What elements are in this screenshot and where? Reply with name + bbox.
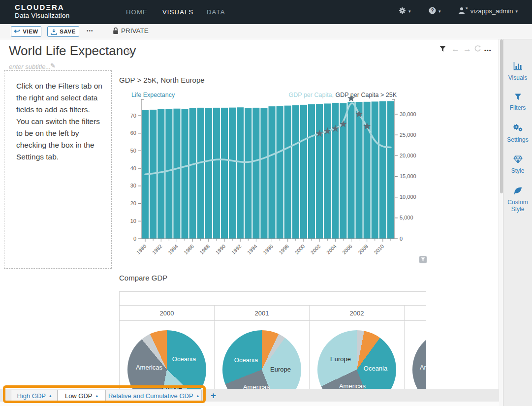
svg-text:25,000: 25,000 (400, 132, 416, 138)
help-icon: ? (429, 7, 436, 16)
sidebar-item-custom-style[interactable]: Custom Style (504, 187, 532, 213)
svg-text:15,000: 15,000 (400, 173, 416, 179)
sidebar-item-label: Style (504, 167, 532, 174)
save-button[interactable]: SAVE (47, 26, 79, 37)
brand-product: Data Visualization (15, 12, 69, 19)
svg-text:20: 20 (130, 200, 136, 206)
privacy-toggle[interactable]: PRIVATE (113, 27, 149, 34)
view-button-label: VIEW (23, 29, 38, 34)
svg-text:?: ? (431, 8, 434, 13)
privacy-label: PRIVATE (121, 27, 149, 34)
edit-subtitle-icon[interactable]: ✎ (50, 62, 56, 69)
trellis-year-2001: 2001 (215, 306, 310, 321)
trellis-year-2000: 2000 (120, 306, 215, 321)
svg-text:1998: 1998 (278, 243, 290, 255)
caret-up-icon: ▴ (49, 393, 52, 398)
nav-item-visuals[interactable]: VISUALS (162, 8, 193, 16)
note-textbox[interactable]: Click on the Filters tab on the right an… (4, 70, 112, 269)
svg-text:60: 60 (130, 130, 136, 136)
right-sidebar: VisualsFiltersSettingsStyleCustom Style (503, 39, 532, 406)
back-icon[interactable]: ← (451, 44, 460, 54)
svg-text:1982: 1982 (151, 243, 163, 255)
chevron-down-icon: ▾ (438, 9, 441, 14)
bar-chart-icon (513, 62, 523, 72)
leaf-icon (513, 187, 522, 197)
brand-logo[interactable]: CLOUDΞRA Data Visualization (15, 3, 69, 19)
subtitle-input[interactable]: enter subtitle... (9, 63, 51, 70)
svg-text:2006: 2006 (341, 243, 353, 255)
svg-text:1992: 1992 (230, 243, 243, 255)
dashboard-toolbar: VIEW SAVE ••• PRIVATE (0, 24, 532, 39)
pie-slice-label: Oceania (172, 355, 196, 363)
edit-title-icon[interactable]: ✎ (126, 48, 132, 57)
sheet-tab-low-gdp[interactable]: Low GDP▴ (58, 390, 105, 402)
svg-text:70: 70 (130, 113, 136, 119)
settings-menu[interactable]: ▾ (399, 7, 411, 16)
svg-text:10,000: 10,000 (400, 194, 416, 200)
lock-icon (113, 27, 119, 34)
help-menu[interactable]: ? ▾ (429, 7, 441, 16)
svg-text:1994: 1994 (246, 243, 258, 255)
sidebar-item-style[interactable]: Style (504, 156, 532, 174)
svg-text:40: 40 (130, 165, 136, 171)
add-sheet-button[interactable]: + (211, 390, 216, 401)
nav-item-data[interactable]: DATA (207, 8, 225, 16)
sidebar-item-filters[interactable]: Filters (504, 94, 532, 111)
filter-icon (421, 257, 425, 262)
tabbar-footer (0, 402, 499, 406)
trellis-header-row (120, 292, 426, 306)
svg-text:1996: 1996 (262, 243, 274, 255)
app-root: CLOUDΞRA Data Visualization HOMEVISUALSD… (0, 0, 532, 406)
refresh-icon[interactable] (474, 45, 481, 54)
top-navbar: CLOUDΞRA Data Visualization HOMEVISUALSD… (0, 0, 532, 24)
page-title[interactable]: World Life Expectancy (9, 43, 136, 59)
chevron-down-icon: ▾ (515, 9, 518, 14)
chevron-down-icon: ▾ (408, 9, 411, 14)
svg-text:2010: 2010 (373, 243, 385, 255)
sheet-tab-high-gdp[interactable]: High GDP▴ (11, 390, 58, 402)
sidebar-item-label: Settings (504, 136, 532, 143)
sidebar-item-settings[interactable]: Settings (504, 124, 532, 143)
visual2-title: Compare GDP (119, 274, 167, 282)
caret-up-icon: ▴ (197, 393, 199, 398)
svg-text:1986: 1986 (183, 243, 195, 255)
user-name: vizapps_admin (470, 7, 513, 15)
svg-text:50: 50 (130, 148, 136, 154)
brand-name: CLOUDΞRA (15, 3, 69, 11)
svg-text:2004: 2004 (325, 243, 338, 255)
svg-text:2002: 2002 (310, 243, 322, 255)
caret-up-icon: ▴ (96, 393, 98, 398)
dashboard-more-icon[interactable]: ••• (484, 47, 492, 53)
sheet-tab-label: High GDP (17, 392, 46, 400)
gear-icon (399, 7, 406, 16)
back-arrow-icon (14, 29, 20, 34)
svg-text:1988: 1988 (198, 243, 211, 255)
combo-chart[interactable]: 01020304050607005,00010,00015,00020,0002… (118, 92, 426, 261)
svg-text:10: 10 (130, 218, 136, 224)
sidebar-item-label: Filters (504, 104, 532, 111)
sheet-tab-relative-and-cumulative-gdp[interactable]: Relative and Cumulative GDP▴ (105, 390, 202, 402)
visual-filter-badge[interactable] (419, 256, 427, 263)
svg-text:5,000: 5,000 (400, 215, 413, 220)
filter-icon[interactable] (439, 45, 446, 54)
scrollbar-thumb[interactable] (500, 39, 503, 193)
save-button-label: SAVE (60, 29, 75, 34)
forward-icon[interactable]: → (463, 44, 471, 54)
vertical-scrollbar[interactable] (499, 39, 503, 406)
sidebar-item-visuals[interactable]: Visuals (504, 62, 532, 81)
view-button[interactable]: VIEW (11, 26, 41, 37)
pie-slice-label: Europe (270, 366, 291, 373)
svg-text:0: 0 (400, 236, 403, 242)
user-menu[interactable]: * vizapps_admin ▾ (458, 7, 518, 15)
toolbar-more-button[interactable]: ••• (87, 28, 94, 33)
svg-text:2008: 2008 (357, 243, 369, 255)
nav-item-home[interactable]: HOME (126, 8, 148, 16)
svg-text:1984: 1984 (167, 243, 179, 255)
sheet-tab-label: Relative and Cumulative GDP (108, 392, 193, 400)
visual1-title: GDP > 25K, North Europe (119, 76, 205, 84)
pie-slice-label: Europe (330, 355, 351, 363)
trellis-year-2002: 2002 (310, 306, 405, 321)
trellis-year-clipped (405, 306, 426, 321)
pie-slice-label: Oceania (234, 356, 258, 364)
sheet-tabbar: High GDP▴Low GDP▴Relative and Cumulative… (0, 389, 499, 402)
